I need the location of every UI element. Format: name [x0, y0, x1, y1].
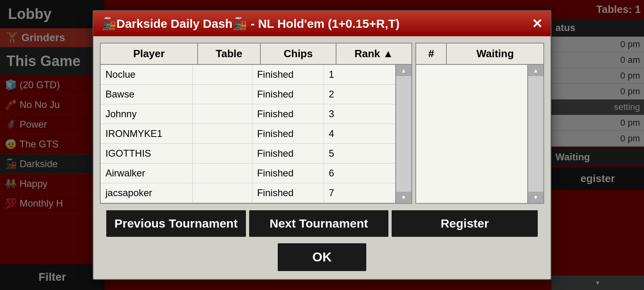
modal-close-button[interactable]: ✕ — [532, 17, 543, 30]
col-header-waiting: Waiting — [447, 44, 543, 64]
waiting-table-header: # Waiting — [416, 44, 543, 65]
player-rank: 7 — [324, 183, 395, 203]
table-row: NoclueFinished1 — [101, 65, 395, 85]
player-chips: Finished — [252, 104, 324, 124]
player-rows: NoclueFinished1BawseFinished2JohnnyFinis… — [101, 65, 395, 203]
player-name: IGOTTHIS — [101, 144, 193, 163]
modal-action-buttons: Previous Tournament Next Tournament Regi… — [100, 204, 544, 243]
player-chips: Finished — [252, 164, 324, 183]
player-table — [193, 124, 252, 143]
scroll-track-players — [396, 76, 411, 192]
player-table — [193, 164, 252, 183]
players-scroll: ▲ ▼ — [395, 65, 411, 203]
player-rank: 2 — [324, 85, 395, 104]
player-chips: Finished — [252, 65, 324, 84]
scroll-down-players[interactable]: ▼ — [396, 192, 411, 203]
scroll-down-waiting[interactable]: ▼ — [528, 192, 543, 203]
scroll-up-players[interactable]: ▲ — [396, 65, 411, 76]
waiting-table: # Waiting ▲ ▼ — [415, 43, 544, 204]
scroll-up-waiting[interactable]: ▲ — [528, 65, 543, 76]
col-header-rank: Rank ▲ — [336, 44, 411, 64]
table-row: jacsapokerFinished7 — [101, 183, 395, 203]
waiting-scroll: ▲ ▼ — [527, 65, 543, 203]
player-table — [193, 144, 252, 163]
player-rank: 1 — [324, 65, 395, 84]
col-header-chips: Chips — [261, 44, 336, 64]
player-chips: Finished — [252, 124, 324, 143]
table-row: JohnnyFinished3 — [101, 104, 395, 124]
scroll-track-waiting — [528, 76, 543, 192]
players-table-header: Player Table Chips Rank ▲ — [101, 44, 411, 65]
player-name: Noclue — [101, 65, 193, 84]
modal-header: 🚂Darkside Daily Dash🚂 - NL Hold'em (1+0.… — [93, 11, 551, 36]
player-name: Bawse — [101, 85, 193, 104]
waiting-table-body: ▲ ▼ — [416, 65, 543, 203]
player-chips: Finished — [252, 85, 324, 104]
player-name: Johnny — [101, 104, 193, 124]
ok-row: OK — [100, 243, 544, 279]
col-header-player: Player — [101, 44, 198, 64]
player-table — [193, 104, 252, 124]
waiting-rows — [416, 65, 527, 203]
tables-area: Player Table Chips Rank ▲ NoclueFinished… — [100, 43, 544, 204]
player-rank: 5 — [324, 144, 395, 163]
prev-tournament-button[interactable]: Previous Tournament — [106, 210, 246, 237]
table-row: AirwalkerFinished6 — [101, 164, 395, 183]
next-tournament-button[interactable]: Next Tournament — [249, 210, 389, 237]
register-button[interactable]: Register — [392, 210, 538, 237]
modal-body: Player Table Chips Rank ▲ NoclueFinished… — [93, 36, 551, 279]
col-header-num: # — [416, 44, 447, 64]
tournament-modal: 🚂Darkside Daily Dash🚂 - NL Hold'em (1+0.… — [93, 10, 551, 280]
modal-title: 🚂Darkside Daily Dash🚂 - NL Hold'em (1+0.… — [101, 17, 400, 31]
player-name: jacsapoker — [101, 183, 193, 203]
table-row: IRONMYKE1Finished4 — [101, 124, 395, 144]
player-name: IRONMYKE1 — [101, 124, 193, 143]
player-rank: 6 — [324, 164, 395, 183]
table-row: IGOTTHISFinished5 — [101, 144, 395, 164]
players-table: Player Table Chips Rank ▲ NoclueFinished… — [100, 43, 412, 204]
player-rank: 4 — [324, 124, 395, 143]
players-table-body: NoclueFinished1BawseFinished2JohnnyFinis… — [101, 65, 411, 203]
player-chips: Finished — [252, 144, 324, 163]
ok-button[interactable]: OK — [278, 243, 366, 271]
player-name: Airwalker — [101, 164, 193, 183]
table-row: BawseFinished2 — [101, 85, 395, 104]
col-header-table: Table — [198, 44, 261, 64]
player-chips: Finished — [252, 183, 324, 203]
player-table — [193, 65, 252, 84]
player-table — [193, 183, 252, 203]
player-rank: 3 — [324, 104, 395, 124]
player-table — [193, 85, 252, 104]
modal-overlay: 🚂Darkside Daily Dash🚂 - NL Hold'em (1+0.… — [0, 0, 644, 290]
